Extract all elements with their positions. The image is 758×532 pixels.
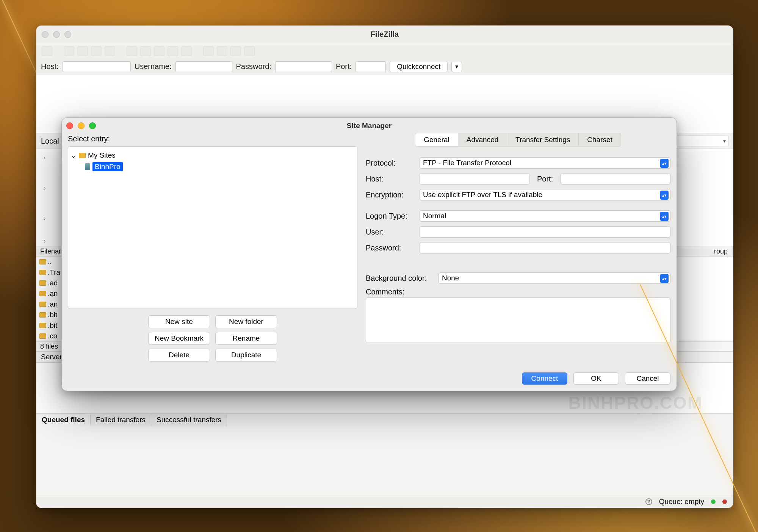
toolbar-disconnect-icon[interactable] bbox=[168, 46, 178, 56]
comments-label: Comments: bbox=[366, 288, 434, 296]
toolbar-toggle-log-icon[interactable] bbox=[64, 46, 74, 56]
port-input[interactable] bbox=[561, 173, 670, 185]
toolbar-filters-icon[interactable] bbox=[203, 46, 214, 56]
main-titlebar[interactable]: FileZilla bbox=[36, 26, 733, 43]
user-label: User: bbox=[366, 228, 415, 236]
site-list-buttons: New site New folder New Bookmark Rename … bbox=[148, 315, 277, 361]
logon-type-label: Logon Type: bbox=[366, 212, 415, 221]
host-input[interactable] bbox=[420, 173, 529, 185]
folder-icon bbox=[39, 323, 46, 328]
chevron-updown-icon: ▴▾ bbox=[660, 274, 669, 283]
encryption-select[interactable]: Use explicit FTP over TLS if available ▴… bbox=[420, 189, 670, 200]
delete-button[interactable]: Delete bbox=[148, 349, 210, 361]
folder-icon bbox=[39, 259, 46, 264]
dialog-titlebar[interactable]: Site Manager bbox=[62, 118, 677, 134]
toolbar-search-icon[interactable] bbox=[217, 46, 227, 56]
port-label: Port: bbox=[537, 175, 556, 183]
status-bar: ? Queue: empty bbox=[36, 495, 733, 508]
toolbar-process-queue-icon[interactable] bbox=[140, 46, 151, 56]
folder-icon bbox=[79, 153, 86, 158]
quick-host-input[interactable] bbox=[63, 61, 131, 72]
tab-charset[interactable]: Charset bbox=[579, 133, 621, 147]
tree-folder-row[interactable]: ⌄ My Sites bbox=[70, 150, 355, 161]
protocol-label: Protocol: bbox=[366, 159, 415, 167]
col-group[interactable]: roup bbox=[710, 247, 733, 255]
protocol-select[interactable]: FTP - File Transfer Protocol ▴▾ bbox=[420, 157, 670, 169]
chevron-right-icon[interactable]: › bbox=[42, 215, 47, 221]
chevron-right-icon[interactable]: › bbox=[42, 155, 47, 161]
toolbar-cancel-icon[interactable] bbox=[154, 46, 164, 56]
quick-host-label: Host: bbox=[41, 62, 59, 71]
tab-transfer-settings[interactable]: Transfer Settings bbox=[507, 133, 579, 147]
folder-icon bbox=[39, 312, 46, 318]
toolbar-sync-browse-icon[interactable] bbox=[105, 46, 115, 56]
quick-password-input[interactable] bbox=[275, 61, 332, 72]
toolbar-compare-icon[interactable] bbox=[230, 46, 241, 56]
new-site-button[interactable]: New site bbox=[148, 315, 210, 328]
general-form: Protocol: FTP - File Transfer Protocol ▴… bbox=[366, 155, 670, 343]
toolbar-site-manager-icon[interactable] bbox=[42, 46, 52, 56]
duplicate-button[interactable]: Duplicate bbox=[215, 349, 277, 361]
toolbar-reconnect-icon[interactable] bbox=[181, 46, 192, 56]
toolbar-binoculars-icon[interactable] bbox=[244, 46, 255, 56]
quick-username-input[interactable] bbox=[175, 61, 232, 72]
chevron-right-icon[interactable]: › bbox=[42, 238, 47, 244]
folder-icon bbox=[39, 280, 46, 286]
quickconnect-bar: Host: Username: Password: Port: Quickcon… bbox=[36, 58, 733, 75]
toolbar-refresh-icon[interactable] bbox=[127, 46, 137, 56]
site-entry-tree[interactable]: ⌄ My Sites BinhPro bbox=[68, 146, 357, 308]
quick-password-label: Password: bbox=[236, 62, 271, 71]
quickconnect-dropdown-button[interactable]: ▾ bbox=[451, 61, 462, 72]
ok-button[interactable]: OK bbox=[573, 372, 619, 385]
password-input[interactable] bbox=[420, 242, 670, 253]
tree-site-label: BinhPro bbox=[92, 162, 123, 171]
tab-general[interactable]: General bbox=[415, 133, 458, 147]
watermark: BINHPRO.COM bbox=[568, 393, 703, 413]
quickconnect-button[interactable]: Quickconnect bbox=[390, 61, 448, 72]
folder-icon bbox=[39, 270, 46, 275]
chevron-updown-icon: ▴▾ bbox=[660, 212, 669, 221]
tab-queued-files[interactable]: Queued files bbox=[36, 414, 91, 426]
chevron-updown-icon: ▴▾ bbox=[660, 191, 669, 200]
quick-port-label: Port: bbox=[336, 62, 352, 71]
password-label: Password: bbox=[366, 244, 415, 252]
bottom-tabs: Queued files Failed transfers Successful… bbox=[36, 413, 733, 426]
site-manager-dialog: Site Manager Select entry: ⌄ My Sites Bi… bbox=[61, 117, 677, 391]
cancel-button[interactable]: Cancel bbox=[625, 372, 670, 385]
chevron-updown-icon: ▴▾ bbox=[660, 159, 669, 168]
bg-color-label: Background color: bbox=[366, 274, 434, 283]
folder-icon bbox=[39, 333, 46, 339]
status-dot-red-icon bbox=[722, 499, 727, 504]
user-input[interactable] bbox=[420, 226, 670, 238]
main-title: FileZilla bbox=[36, 30, 733, 39]
select-entry-label: Select entry: bbox=[68, 134, 357, 146]
connect-button[interactable]: Connect bbox=[522, 372, 567, 385]
settings-tabs: General Advanced Transfer Settings Chars… bbox=[366, 133, 670, 147]
toolbar-toggle-queue-icon[interactable] bbox=[91, 46, 102, 56]
logon-type-select[interactable]: Normal ▴▾ bbox=[420, 210, 670, 222]
help-icon[interactable]: ? bbox=[645, 498, 652, 505]
rename-button[interactable]: Rename bbox=[215, 332, 277, 345]
tab-failed-transfers[interactable]: Failed transfers bbox=[91, 414, 151, 426]
tab-advanced[interactable]: Advanced bbox=[458, 133, 507, 147]
bg-color-select[interactable]: None ▴▾ bbox=[439, 272, 670, 284]
local-site-label: Local bbox=[41, 137, 59, 146]
folder-icon bbox=[39, 291, 46, 296]
folder-icon bbox=[39, 302, 46, 307]
comments-textarea[interactable] bbox=[366, 297, 670, 343]
dialog-buttons: Connect OK Cancel bbox=[366, 372, 670, 385]
toolbar-toggle-tree-icon[interactable] bbox=[77, 46, 88, 56]
tab-successful-transfers[interactable]: Successful transfers bbox=[151, 414, 227, 426]
queue-status: Queue: empty bbox=[659, 498, 704, 506]
new-folder-button[interactable]: New folder bbox=[215, 315, 277, 328]
main-toolbar bbox=[36, 43, 733, 58]
host-label: Host: bbox=[366, 175, 415, 183]
status-dot-green-icon bbox=[711, 499, 716, 504]
chevron-down-icon[interactable]: ⌄ bbox=[70, 151, 77, 160]
new-bookmark-button[interactable]: New Bookmark bbox=[148, 332, 210, 345]
chevron-right-icon[interactable]: › bbox=[42, 185, 47, 191]
quick-port-input[interactable] bbox=[356, 61, 386, 72]
server-icon bbox=[85, 163, 90, 170]
tree-site-row[interactable]: BinhPro bbox=[85, 161, 355, 172]
dialog-title: Site Manager bbox=[62, 122, 677, 130]
